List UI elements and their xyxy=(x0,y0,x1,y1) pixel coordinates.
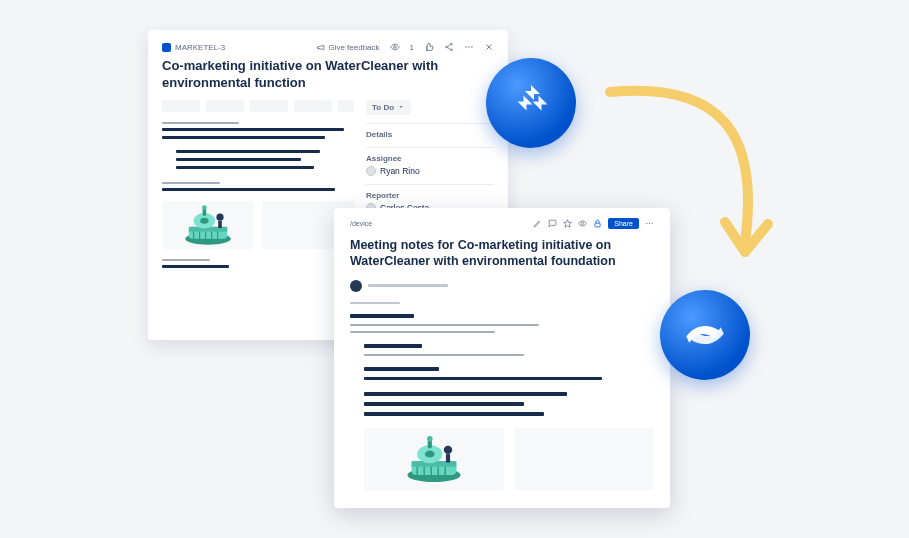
attachments-row xyxy=(364,428,654,490)
edit-icon[interactable] xyxy=(533,219,542,228)
attachments-row xyxy=(162,201,354,249)
svg-point-38 xyxy=(427,435,433,441)
confluence-header: /device Share xyxy=(350,218,654,229)
reporter-label: Reporter xyxy=(366,191,494,200)
attachment-thumbnail[interactable] xyxy=(514,428,654,490)
breadcrumb[interactable]: /device xyxy=(350,220,372,227)
svg-point-4 xyxy=(465,46,466,47)
description-line xyxy=(162,188,335,191)
jira-card-header: MARKETEL-3 Give feedback 1 xyxy=(162,42,494,52)
paragraph-line xyxy=(364,354,524,356)
svg-point-36 xyxy=(425,450,435,457)
share-button[interactable]: Share xyxy=(608,218,639,229)
attachment-thumbnail[interactable] xyxy=(162,201,254,249)
heading-line xyxy=(350,314,414,318)
svg-point-5 xyxy=(468,46,469,47)
page-title: Meeting notes for Co-marketing initiativ… xyxy=(350,237,654,270)
star-icon[interactable] xyxy=(563,219,572,228)
svg-point-19 xyxy=(216,213,223,220)
description-line xyxy=(162,265,229,268)
megaphone-icon xyxy=(315,42,325,52)
svg-point-18 xyxy=(202,205,207,210)
bullet-line xyxy=(364,392,567,396)
confluence-product-logo-icon xyxy=(660,290,750,380)
bullet-line xyxy=(176,150,320,153)
author-avatar-icon[interactable] xyxy=(350,280,362,292)
svg-point-1 xyxy=(451,43,453,45)
last-modified-placeholder xyxy=(350,302,400,304)
more-icon[interactable] xyxy=(464,42,474,52)
svg-point-16 xyxy=(200,218,208,224)
description-line xyxy=(162,128,344,131)
svg-point-2 xyxy=(446,46,448,48)
more-icon[interactable] xyxy=(645,219,654,228)
issue-main-column xyxy=(162,100,354,295)
watercleaner-illustration-icon xyxy=(399,434,469,484)
watcher-count: 1 xyxy=(410,43,414,52)
svg-point-24 xyxy=(646,223,647,224)
bullet-line xyxy=(364,402,524,406)
svg-point-39 xyxy=(444,445,452,453)
bullet-line xyxy=(364,412,544,416)
author-name-placeholder xyxy=(368,284,448,287)
close-icon[interactable] xyxy=(484,42,494,52)
issue-key[interactable]: MARKETEL-3 xyxy=(162,43,225,52)
like-icon[interactable] xyxy=(424,42,434,52)
svg-point-3 xyxy=(451,49,453,51)
section-label xyxy=(162,182,220,184)
restrictions-icon[interactable] xyxy=(593,219,602,228)
svg-point-25 xyxy=(649,223,650,224)
watchers-icon[interactable] xyxy=(390,42,400,52)
description-line xyxy=(162,136,325,139)
svg-rect-23 xyxy=(595,223,600,227)
svg-rect-40 xyxy=(446,454,450,462)
paragraph-line xyxy=(350,324,539,326)
avatar-icon xyxy=(366,166,376,176)
paragraph-line xyxy=(350,331,495,333)
toolbar-button[interactable] xyxy=(250,100,288,112)
heading-line xyxy=(364,344,422,348)
toolbar-button[interactable] xyxy=(162,100,200,112)
attachment-thumbnail[interactable] xyxy=(364,428,504,490)
watch-icon[interactable] xyxy=(578,219,587,228)
svg-point-26 xyxy=(652,223,653,224)
issue-key-text: MARKETEL-3 xyxy=(175,43,225,52)
content-actions-toolbar xyxy=(162,100,354,112)
bullet-line xyxy=(364,377,602,380)
comment-icon[interactable] xyxy=(548,219,557,228)
give-feedback-button[interactable]: Give feedback xyxy=(315,42,379,52)
bullet-line xyxy=(176,166,314,169)
jira-header-actions: Give feedback 1 xyxy=(315,42,494,52)
section-label xyxy=(162,259,210,261)
jira-product-logo-icon xyxy=(486,58,576,148)
issue-type-icon xyxy=(162,43,171,52)
toolbar-more-button[interactable] xyxy=(338,100,354,112)
assignee-label: Assignee xyxy=(366,154,494,163)
heading-line xyxy=(364,367,439,371)
page-byline xyxy=(350,280,654,292)
svg-marker-21 xyxy=(564,220,572,228)
status-dropdown[interactable]: To Do xyxy=(366,100,411,115)
share-icon[interactable] xyxy=(444,42,454,52)
toolbar-button[interactable] xyxy=(294,100,332,112)
bullet-line xyxy=(176,158,301,161)
svg-rect-20 xyxy=(218,221,222,228)
page-body xyxy=(350,314,654,490)
svg-point-0 xyxy=(393,46,396,49)
toolbar-button[interactable] xyxy=(206,100,244,112)
watercleaner-illustration-icon xyxy=(178,204,238,246)
svg-point-22 xyxy=(582,222,584,224)
chevron-down-icon xyxy=(397,103,405,111)
section-label xyxy=(162,122,239,124)
details-label: Details xyxy=(366,130,494,139)
svg-point-6 xyxy=(471,46,472,47)
assignee-value[interactable]: Ryan Rino xyxy=(366,166,494,176)
confluence-page-card: /device Share Meeting notes for Co-marke… xyxy=(334,208,670,508)
issue-title: Co-marketing initiative on WaterCleaner … xyxy=(162,58,494,92)
